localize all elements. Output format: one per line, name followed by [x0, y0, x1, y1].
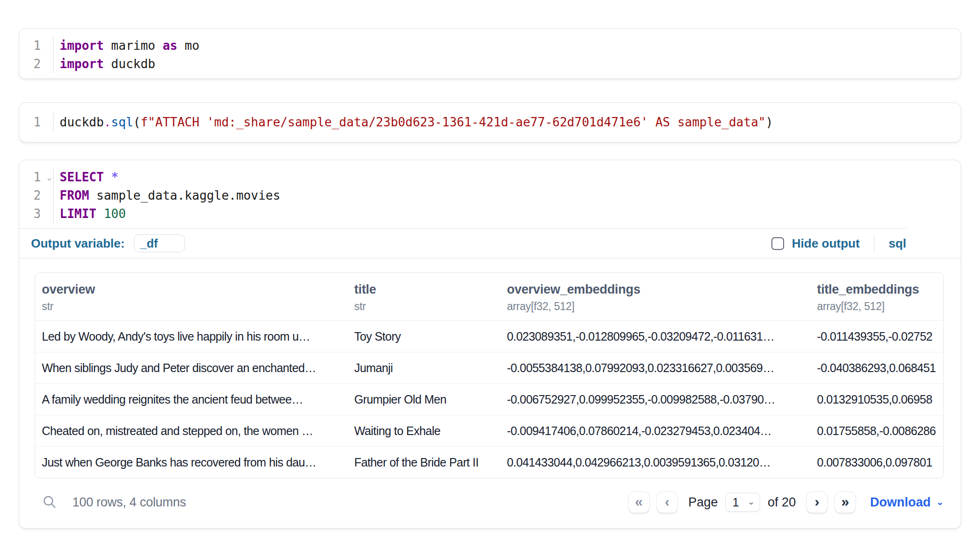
column-dtype: str — [42, 300, 341, 313]
table-header-row: overviewstrtitlestroverview_embeddingsar… — [35, 273, 943, 320]
row-count-summary: 100 rows, 4 columns — [72, 495, 186, 510]
total-pages-label: of 20 — [768, 495, 796, 510]
sql-cell: 1⌄SELECT *2FROM sample_data.kaggle.movie… — [19, 160, 961, 529]
table-row[interactable]: Cheated on, mistreated and stepped on, t… — [35, 415, 943, 446]
table-cell: Cheated on, mistreated and stepped on, t… — [35, 415, 348, 446]
last-page-button[interactable]: » — [834, 491, 856, 513]
code-editor-attach-database[interactable]: 1duckdb.sql(f"ATTACH 'md:_share/sample_d… — [19, 103, 961, 142]
table-row[interactable]: Just when George Banks has recovered fro… — [35, 446, 943, 478]
table-cell: Jumanji — [348, 352, 500, 383]
line-number: 2 — [19, 187, 54, 205]
hide-output-checkbox[interactable] — [771, 237, 784, 250]
fold-chevron-icon[interactable]: ⌄ — [47, 168, 52, 187]
line-number: 3 — [19, 205, 54, 223]
column-header-title[interactable]: titlestr — [348, 273, 500, 320]
column-header-overview_embeddings[interactable]: overview_embeddingsarray[f32, 512] — [500, 273, 810, 320]
table-footer: 100 rows, 4 columns « ‹ Page 1 ⌄ of 20 › — [19, 478, 961, 528]
output-variable-input[interactable] — [134, 234, 185, 252]
table-cell: 0.0132910535,0.06958 — [810, 384, 943, 415]
download-label: Download — [870, 495, 931, 510]
output-bar-divider — [19, 258, 961, 258]
output-variable-bar: Output variable: Hide output sql — [19, 229, 906, 258]
column-name: title_embeddings — [817, 282, 937, 296]
line-number: 1 — [19, 37, 54, 55]
table-cell: 0.01755858,-0.0086286 — [810, 415, 943, 446]
table-cell: 0.007833006,0.097801 — [810, 447, 943, 478]
column-name: title — [354, 282, 494, 296]
search-icon[interactable] — [42, 495, 57, 510]
column-dtype: array[f32, 512] — [507, 300, 804, 313]
line-number: 1 — [19, 113, 54, 132]
code-line: 1duckdb.sql(f"ATTACH 'md:_share/sample_d… — [19, 113, 961, 132]
table-cell: A family wedding reignites the ancient f… — [35, 384, 348, 415]
divider — [874, 235, 875, 252]
column-header-overview[interactable]: overviewstr — [35, 273, 348, 320]
column-header-title_embeddings[interactable]: title_embeddingsarray[f32, 512] — [810, 273, 943, 320]
table-cell: 0.041433044,0.042966213,0.0039591365,0.0… — [500, 447, 810, 478]
table-cell: Grumpier Old Men — [348, 384, 500, 415]
last-page-icon: » — [841, 495, 849, 509]
code-line-text: FROM sample_data.kaggle.movies — [54, 187, 280, 205]
code-editor-sql[interactable]: 1⌄SELECT *2FROM sample_data.kaggle.movie… — [19, 160, 961, 228]
code-cell-attach-database: 1duckdb.sql(f"ATTACH 'md:_share/sample_d… — [19, 102, 961, 142]
notebook-page: 1import marimo as mo2import duckdb 1duck… — [0, 0, 980, 529]
line-number: 2 — [19, 55, 54, 73]
code-line-text: LIMIT 100 — [54, 205, 126, 223]
table-cell: -0.006752927,0.099952355,-0.009982588,-0… — [500, 384, 810, 415]
prev-page-button[interactable]: ‹ — [656, 491, 678, 513]
table-cell: Just when George Banks has recovered fro… — [35, 447, 348, 478]
column-dtype: str — [354, 300, 494, 313]
chevron-down-icon: ⌄ — [747, 496, 755, 507]
page-select[interactable]: 1 ⌄ — [725, 493, 760, 512]
table-cell: -0.011439355,-0.02752 — [810, 321, 943, 352]
code-editor-imports[interactable]: 1import marimo as mo2import duckdb — [19, 29, 961, 78]
next-page-icon: › — [815, 495, 819, 509]
table-body: Led by Woody, Andy's toys live happily i… — [35, 320, 943, 478]
output-variable-label: Output variable: — [31, 236, 124, 251]
code-cell-imports: 1import marimo as mo2import duckdb — [19, 28, 961, 79]
code-line: 2import duckdb — [19, 55, 961, 73]
table-cell: -0.009417406,0.07860214,-0.023279453,0.0… — [500, 415, 810, 446]
line-number: 1⌄ — [19, 168, 54, 187]
code-line: 1⌄SELECT * — [19, 168, 961, 187]
table-cell: -0.0055384138,0.07992093,0.023316627,0.0… — [500, 352, 810, 383]
table-cell: When siblings Judy and Peter discover an… — [35, 352, 348, 383]
first-page-icon: « — [635, 495, 643, 509]
next-page-button[interactable]: › — [806, 491, 828, 513]
table-cell: Waiting to Exhale — [348, 415, 500, 446]
table-cell: -0.040386293,0.068451 — [810, 352, 943, 383]
table-cell: 0.023089351,-0.012809965,-0.03209472,-0.… — [500, 321, 810, 352]
table-cell: Led by Woody, Andy's toys live happily i… — [35, 321, 348, 352]
page-label: Page — [688, 495, 718, 510]
column-name: overview_embeddings — [507, 282, 804, 296]
page-select-value: 1 — [732, 496, 739, 509]
download-button[interactable]: Download ⌄ — [870, 495, 944, 510]
code-line: 2FROM sample_data.kaggle.movies — [19, 187, 961, 205]
column-dtype: array[f32, 512] — [817, 300, 937, 313]
column-name: overview — [42, 282, 341, 296]
table-row[interactable]: A family wedding reignites the ancient f… — [35, 383, 943, 415]
first-page-button[interactable]: « — [628, 491, 650, 513]
chevron-down-icon: ⌄ — [936, 497, 944, 507]
cell-language-badge[interactable]: sql — [888, 236, 906, 251]
result-table: overviewstrtitlestroverview_embeddingsar… — [35, 272, 944, 478]
table-cell: Father of the Bride Part II — [348, 447, 500, 478]
code-line-text: SELECT * — [54, 168, 118, 187]
hide-output-label: Hide output — [792, 236, 860, 251]
table-row[interactable]: Led by Woody, Andy's toys live happily i… — [35, 320, 943, 352]
code-line-text: import marimo as mo — [54, 37, 199, 55]
table-cell: Toy Story — [348, 321, 500, 352]
code-line: 3LIMIT 100 — [19, 205, 961, 223]
code-line-text: duckdb.sql(f"ATTACH 'md:_share/sample_da… — [54, 113, 773, 132]
table-row[interactable]: When siblings Judy and Peter discover an… — [35, 352, 943, 383]
prev-page-icon: ‹ — [665, 495, 669, 509]
code-line-text: import duckdb — [54, 55, 156, 73]
code-line: 1import marimo as mo — [19, 37, 961, 55]
